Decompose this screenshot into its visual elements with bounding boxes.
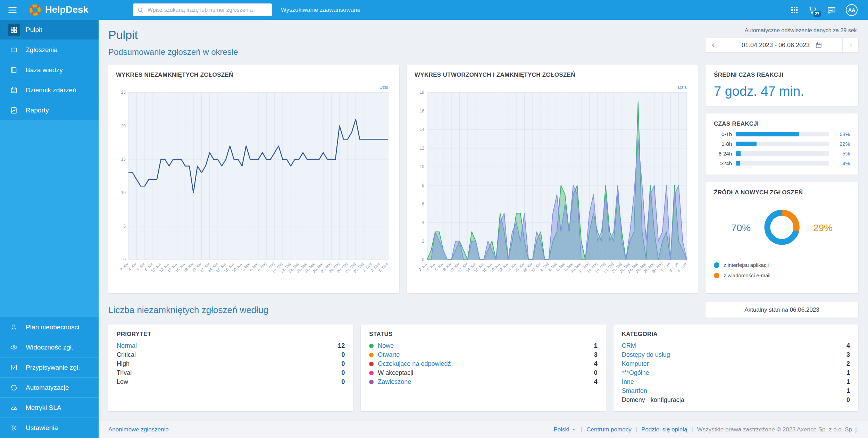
- sidebar-item-zgloszenia[interactable]: Zgłoszenia: [0, 40, 99, 60]
- menu-icon[interactable]: [8, 5, 17, 15]
- legend-dot: [714, 273, 719, 278]
- list-item[interactable]: Nowe1: [369, 341, 597, 350]
- sidebar-item-przypisywanie[interactable]: Przypisywanie zgł.: [0, 357, 99, 378]
- sidebar-item-label: Przypisywanie zgł.: [26, 364, 80, 371]
- list-item[interactable]: CRM4: [622, 341, 850, 350]
- sidebar-item-label: Metryki SLA: [26, 404, 61, 412]
- sidebar-item-baza-wiedzy[interactable]: Baza wiedzy: [0, 60, 99, 80]
- feedback-link[interactable]: Podziel się opinią: [641, 426, 687, 433]
- list-item[interactable]: Otwarte3: [369, 350, 597, 359]
- status-label[interactable]: Otwarte: [369, 351, 594, 359]
- list-item[interactable]: Inne1: [622, 377, 850, 386]
- list-item[interactable]: Normal12: [117, 341, 345, 350]
- priority-value: 0: [341, 351, 345, 359]
- svg-text:4: 4: [422, 220, 424, 225]
- bar-percent: 68%: [833, 131, 850, 137]
- app-logo[interactable]: HelpDesk: [29, 4, 89, 16]
- svg-text:2. Kw: 2. Kw: [418, 262, 428, 271]
- cart-badge: 27: [813, 11, 821, 17]
- priority-label: Critical: [117, 351, 341, 359]
- page-subtitle: Podsumowanie zgłoszeń w okresie: [108, 47, 238, 57]
- priority-value: 12: [338, 342, 345, 349]
- status-card: STATUS Nowe1 Otwarte3 Oczekujące na odpo…: [361, 325, 606, 411]
- page-title: Pulpit: [108, 28, 238, 42]
- priority-label: Low: [117, 378, 341, 386]
- bar-label: 0-1h: [714, 131, 732, 137]
- status-label[interactable]: Zawieszone: [369, 378, 594, 386]
- anonymous-ticket-link[interactable]: Anonimowe zgłoszenie: [108, 426, 169, 433]
- svg-text:6. Maj: 6. Maj: [257, 262, 267, 272]
- list-item[interactable]: ***Ogólne1: [622, 368, 850, 377]
- list-item: Domeny - konfiguracja0: [622, 395, 850, 404]
- language-label: Polski: [553, 426, 569, 433]
- status-dot: [369, 371, 374, 375]
- category-label[interactable]: Komputer: [622, 360, 846, 368]
- separator: |: [581, 426, 582, 433]
- sidebar-item-raporty[interactable]: Raporty: [0, 100, 99, 120]
- category-label[interactable]: Dostępy do usług: [622, 351, 846, 359]
- svg-text:6. Kw: 6. Kw: [135, 262, 145, 271]
- list-item[interactable]: Dostępy do usług3: [622, 350, 850, 359]
- svg-text:Dziś: Dziś: [379, 85, 389, 90]
- sidebar-item-label: Raporty: [26, 107, 49, 114]
- search-icon: [137, 7, 143, 13]
- sidebar-item-label: Dziennik zdarzeń: [26, 86, 76, 94]
- gauge-icon: [8, 402, 20, 414]
- assign-check-icon: [8, 361, 20, 374]
- current-state-card: Aktualny stan na 06.06.2023: [706, 302, 858, 318]
- status-label[interactable]: Nowe: [369, 342, 594, 349]
- calendar-icon[interactable]: [815, 42, 822, 49]
- avatar[interactable]: AA: [846, 4, 858, 16]
- legend-label: z wiadomości e-mail: [724, 272, 770, 278]
- sidebar-item-pulpit[interactable]: Pulpit: [0, 20, 99, 40]
- svg-text:0: 0: [422, 257, 424, 262]
- bar-fill: [736, 132, 799, 136]
- sidebar-item-metryki-sla[interactable]: Metryki SLA: [0, 398, 99, 418]
- bar-percent: 4%: [833, 160, 850, 166]
- svg-text:14: 14: [420, 127, 425, 132]
- sidebar-item-ustawienia[interactable]: Ustawienia: [0, 418, 99, 438]
- summary-row: PRIORYTET Normal12 Critical0 High0 Triva…: [108, 325, 858, 411]
- priority-label[interactable]: Normal: [117, 342, 338, 349]
- sidebar-item-automatyzacje[interactable]: Automatyzacje: [0, 378, 99, 398]
- list-item[interactable]: Smartfon1: [622, 386, 850, 395]
- category-label[interactable]: Smartfon: [622, 387, 846, 395]
- next-period-button[interactable]: [842, 38, 858, 52]
- legend-item: z interfejsu aplikacji: [714, 262, 850, 268]
- apps-grid-icon[interactable]: [790, 6, 799, 14]
- person-icon: [8, 321, 20, 334]
- cart-icon[interactable]: 27: [808, 6, 817, 15]
- category-label[interactable]: ***Ogólne: [622, 369, 846, 377]
- help-center-link[interactable]: Centrum pomocy: [586, 426, 631, 433]
- date-range-field[interactable]: 01.04.2023 - 06.06.2023: [721, 38, 842, 52]
- sidebar-item-widocznosc[interactable]: Widoczność zgł.: [0, 337, 99, 357]
- separator: |: [691, 426, 693, 433]
- avg-reaction-card: ŚREDNI CZAS REAKCJI 7 godz. 47 min.: [706, 65, 858, 106]
- search-box[interactable]: [133, 3, 272, 16]
- bar-label: 8-24h: [714, 151, 732, 157]
- prev-period-button[interactable]: [706, 38, 721, 52]
- dashboard-icon: [8, 24, 20, 36]
- chart-title: WYKRES UTWORZONYCH I ZAMKNIĘTYCH ZGŁOSZE…: [415, 71, 690, 78]
- list-item: High0: [117, 359, 345, 368]
- bar-percent: 5%: [833, 151, 850, 157]
- list-item[interactable]: Zawieszone4: [369, 377, 597, 386]
- topbar-actions: 27 AA: [790, 4, 858, 16]
- list-item[interactable]: Oczekujące na odpowiedź4: [369, 359, 597, 368]
- search-input[interactable]: [147, 7, 268, 14]
- category-label[interactable]: CRM: [622, 342, 846, 349]
- sources-left-percent: 70%: [731, 222, 751, 234]
- list-item: Trival0: [117, 368, 345, 377]
- status-value: 4: [594, 360, 598, 368]
- sidebar-item-plan-nieobecnosci[interactable]: Plan nieobecności: [0, 317, 99, 337]
- chat-icon[interactable]: [827, 6, 836, 15]
- language-selector[interactable]: Polski: [553, 426, 576, 433]
- book-icon: [8, 64, 20, 76]
- page-header: Pulpit Podsumowanie zgłoszeń w okresie A…: [108, 26, 858, 57]
- category-label[interactable]: Inne: [622, 378, 846, 386]
- status-label[interactable]: Oczekujące na odpowiedź: [369, 360, 594, 368]
- sidebar-item-dziennik-zdarzen[interactable]: Dziennik zdarzeń: [0, 80, 99, 100]
- sources-donut-chart: [760, 206, 803, 250]
- advanced-search-link[interactable]: Wyszukiwanie zaawansowane: [281, 7, 360, 14]
- list-item[interactable]: Komputer2: [622, 359, 850, 368]
